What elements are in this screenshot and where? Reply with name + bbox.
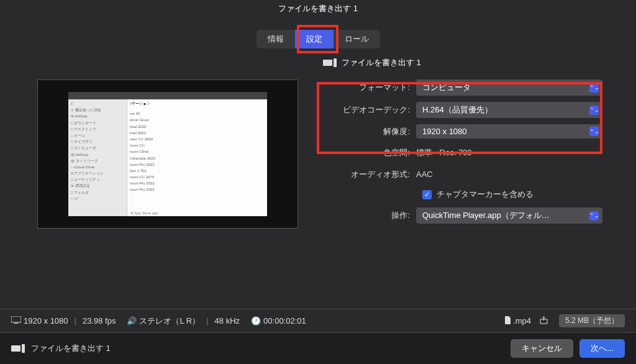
window-title: ファイルを書き出す 1	[278, 3, 358, 14]
monitor-icon	[11, 316, 21, 325]
codec-label: ビデオコーデック:	[317, 104, 416, 116]
status-bar: 1920 x 1080 | 23.98 fps 🔊 ステレオ（L R） | 48…	[0, 309, 636, 332]
video-preview: ｽﾞ ⊙ 最近使った項目 ⊘ AirDrop □ ダウンロード □ デスクトップ…	[37, 80, 298, 229]
status-audio: ステレオ（L R）	[139, 316, 200, 327]
svg-rect-5	[11, 345, 20, 352]
chevron-updown-icon: ⌃⌄	[589, 127, 599, 136]
format-select[interactable]: コンピュータ ⌃⌄	[416, 80, 602, 96]
status-rate: 48 kHz	[215, 316, 240, 325]
footer-title: ファイルを書き出す 1	[31, 343, 111, 354]
device-icon	[11, 344, 25, 353]
codec-select[interactable]: H.264（品質優先） ⌃⌄	[416, 102, 602, 118]
resolution-label: 解像度:	[317, 126, 416, 137]
tab-info[interactable]: 情報	[257, 30, 295, 48]
chevron-updown-icon: ⌃⌄	[589, 211, 599, 221]
status-fps: 23.98 fps	[83, 316, 116, 325]
footer-bar: ファイルを書き出す 1 キャンセル 次へ...	[0, 332, 636, 364]
chevron-updown-icon: ⌃⌄	[589, 83, 599, 93]
speaker-icon: 🔊	[127, 316, 137, 325]
resolution-select[interactable]: 1920 x 1080 ⌃⌄	[416, 124, 602, 139]
device-icon	[323, 58, 337, 67]
status-resolution: 1920 x 1080	[24, 316, 68, 325]
action-label: 操作:	[317, 210, 416, 221]
status-size: 5.2 MB（予想）	[559, 314, 625, 327]
tab-roles[interactable]: ロール	[334, 30, 380, 48]
svg-rect-1	[334, 58, 337, 67]
chapters-label: チャプタマーカーを含める	[437, 189, 534, 200]
next-button[interactable]: 次へ...	[579, 339, 625, 358]
svg-rect-3	[14, 323, 18, 324]
format-label: フォーマット:	[317, 82, 416, 93]
clock-icon: 🕐	[251, 316, 261, 325]
chapters-checkbox[interactable]: ✓	[422, 190, 432, 199]
section-title: ファイルを書き出す 1	[342, 57, 421, 68]
audio-value: AAC	[416, 167, 621, 181]
cancel-button[interactable]: キャンセル	[511, 339, 573, 358]
file-icon	[504, 316, 511, 326]
share-icon	[540, 316, 548, 326]
window-titlebar: ファイルを書き出す 1	[0, 0, 636, 17]
colorspace-label: 色空間:	[317, 147, 416, 158]
status-duration: 00:00:02:01	[263, 316, 306, 325]
chevron-updown-icon: ⌃⌄	[589, 106, 599, 115]
svg-rect-2	[11, 316, 21, 322]
svg-rect-6	[22, 344, 25, 353]
colorspace-value: 標準 - Rec. 709	[416, 145, 621, 161]
audio-label: オーディオ形式:	[317, 169, 416, 180]
action-select[interactable]: QuickTime Player.app（デフォル… ⌃⌄	[416, 207, 602, 224]
tabs-container: 情報 設定 ロール	[0, 17, 636, 55]
svg-rect-0	[323, 60, 332, 66]
tab-settings[interactable]: 設定	[295, 30, 334, 48]
status-extension: .mp4	[513, 316, 531, 325]
